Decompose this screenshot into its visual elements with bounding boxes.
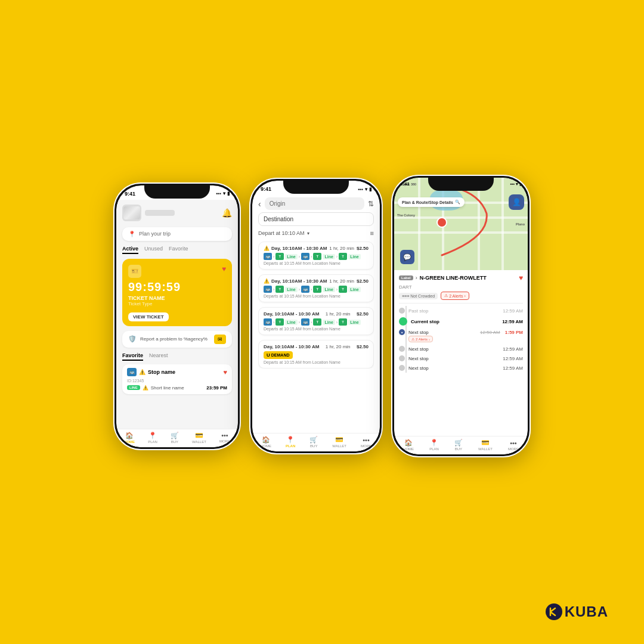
nav-more-1[interactable]: ••• MORE — [219, 432, 230, 443]
view-ticket-button[interactable]: VIEW TICKET — [128, 312, 169, 321]
trip-left-4: Day, 10:10AM - 10:30 AM — [264, 344, 319, 349]
route-arrow-icon: › — [416, 275, 417, 281]
nav-plan-label-1: PLAN — [148, 440, 157, 444]
nav-home-label-1: HOME — [124, 440, 135, 444]
report-problem-bar[interactable]: 🛡️ Report a problem to %agency% ✉ — [122, 331, 232, 348]
depart-row[interactable]: Depart at 10:10 AM ▾ ≡ — [258, 230, 374, 237]
nav-more-2[interactable]: ••• MORE — [361, 436, 371, 448]
nav-buy-2[interactable]: 🛒 BUY — [309, 436, 318, 448]
trip-card-2[interactable]: ⚠️ Day, 10:10AM - 10:30 AM 1 hr, 20 min … — [258, 274, 374, 302]
wallet-icon-3: 💳 — [481, 439, 490, 447]
nav-wallet-2[interactable]: 💳 WALLET — [332, 436, 346, 448]
ticket-tabs: Active Unused Favorite — [122, 246, 232, 254]
trip-departs-3: Departs at 10:15 AM from Location Name — [264, 327, 369, 331]
nav-buy-1[interactable]: 🛒 BUY — [171, 432, 179, 444]
route-badges: ≡≡≡ Not Crowded ⚠ 2 Alerts › — [399, 292, 523, 300]
tab-active[interactable]: Active — [122, 246, 138, 254]
nav-plan-1[interactable]: 📍 PLAN — [148, 432, 157, 444]
stop-alerts-mini[interactable]: ⚠ 2 Alerts › — [408, 336, 433, 342]
stop-row-next-1: ● Next stop 12:50 AM 1:59 PM ⚠ 2 Alerts … — [399, 327, 523, 344]
nav-wallet-3[interactable]: 💳 WALLET — [478, 439, 493, 451]
trip-departs-1: Departs at 10:15 AM from Location Name — [264, 261, 369, 265]
stop-current-time: 12:59 AM — [502, 319, 523, 324]
stop-favorite-icon[interactable]: ♥ — [223, 369, 227, 376]
line-badge-7: Line — [285, 320, 297, 325]
route-arrow-1: › — [273, 255, 274, 259]
trip-price-3: $2.50 — [357, 311, 369, 317]
subtab-nearest[interactable]: Nearest — [149, 352, 168, 361]
battery-icon-2: ▮ — [369, 187, 371, 192]
back-button[interactable]: ‹ — [258, 199, 261, 209]
subtab-favorite[interactable]: Favorite — [122, 352, 143, 361]
route-t-icon-1: T — [275, 253, 284, 260]
ticket-favorite-icon[interactable]: ♥ — [222, 265, 226, 273]
notch-2 — [283, 181, 349, 194]
svg-point-0 — [437, 218, 447, 227]
filter-icon[interactable]: ≡ — [370, 230, 374, 237]
not-crowded-label: Not Crowded — [410, 294, 435, 298]
user-avatar[interactable]: 👤 — [509, 194, 524, 210]
alerts-badge[interactable]: ⚠ 2 Alerts › — [441, 292, 469, 300]
ticket-type: Ticket Type — [128, 301, 226, 306]
phone-1-screen: 9:41 ▪▪▪ ▾ ▮ 🔔 — [116, 185, 238, 447]
trip-time-4: Day, 10:10AM - 10:30 AM — [264, 344, 319, 349]
plan-trip-label: Plan your trip — [139, 231, 171, 237]
trip-card-4[interactable]: Day, 10:10AM - 10:30 AM 1 hr, 20 min $2.… — [258, 340, 374, 369]
bottom-nav-3: 🏠 HOME 📍 PLAN 🛒 BUY 💳 WALLET — [394, 436, 528, 454]
stop-timeline: Past stop 12:59 AM Current stop 12:59 AM — [399, 306, 523, 373]
mini-alerts-label: 2 Alerts — [416, 338, 428, 341]
route-favorite-icon[interactable]: ♥ — [519, 274, 523, 282]
nav-wallet-label-3: WALLET — [478, 447, 493, 451]
chat-button[interactable]: 💬 — [400, 250, 414, 264]
trip-card-1[interactable]: ⚠️ Day, 10:10AM - 10:30 AM 1 hr, 20 min … — [258, 242, 374, 270]
kuba-icon — [546, 603, 562, 620]
plan-icon-3: 📍 — [430, 439, 438, 447]
stop-row-next-2: Next stop 12:59 AM — [399, 344, 523, 354]
p1-logo-placeholder — [123, 206, 140, 219]
line-badge-1: Line — [285, 254, 297, 259]
trip-card-3[interactable]: Day, 10:10AM - 10:30 AM 1 hr, 20 min $2.… — [258, 307, 374, 335]
nav-buy-label-3: BUY — [455, 447, 462, 451]
nav-wallet-1[interactable]: 💳 WALLET — [192, 432, 206, 444]
trip-price-1: $2.50 — [357, 246, 369, 251]
tab-unused[interactable]: Unused — [144, 246, 163, 254]
wifi-icon-3: ▾ — [516, 182, 518, 187]
ticket-icon: 🎫 — [128, 265, 141, 278]
crowded-badge: ≡≡≡ Not Crowded — [399, 293, 438, 299]
phone-3: Prosper FRISCO Allen The Colony Plano 38… — [392, 176, 530, 456]
stop-row-next-3: Next stop 12:59 AM — [399, 354, 523, 363]
report-mail-icon[interactable]: ✉ — [214, 335, 226, 344]
origin-input[interactable]: Origin — [265, 197, 364, 210]
tab-favorite[interactable]: Favorite — [169, 246, 188, 254]
nav-buy-3[interactable]: 🛒 BUY — [454, 439, 463, 451]
nav-home-1[interactable]: 🏠 HOME — [124, 432, 135, 444]
ticket-card: 🎫 ♥ 99:59:59 TICKET NAME Ticket Type VIE… — [122, 259, 232, 326]
notification-bell-icon[interactable]: 🔔 — [222, 208, 232, 218]
nav-home-2[interactable]: 🏠 HOME — [261, 436, 271, 448]
more-icon: ••• — [221, 432, 228, 439]
trip-left-2: ⚠️ Day, 10:10AM - 10:30 AM — [264, 278, 327, 284]
nav-plan-3[interactable]: 📍 PLAN — [429, 439, 439, 451]
nav-home-label-3: HOME — [403, 447, 414, 451]
phone-3-screen: Prosper FRISCO Allen The Colony Plano 38… — [394, 178, 528, 454]
mini-alert-icon: ⚠ — [411, 337, 414, 341]
plan-icon: 📍 — [148, 432, 157, 439]
nav-more-label-1: MORE — [219, 439, 230, 443]
nav-home-3[interactable]: 🏠 HOME — [403, 439, 414, 451]
phone-2-content: ‹ Origin ⇅ Destination Depart at 10:10 A… — [252, 195, 380, 451]
trip-alert-icon-1: ⚠️ — [264, 246, 270, 251]
stop-next-3-time: 12:59 AM — [503, 356, 523, 361]
demand-badge: U DEMAND — [264, 351, 293, 359]
destination-input[interactable]: Destination — [258, 212, 374, 226]
swap-button[interactable]: ⇅ — [368, 200, 374, 208]
report-label: Report a problem to %agency% — [140, 336, 210, 342]
nav-plan-2[interactable]: 📍 PLAN — [286, 436, 295, 448]
plan-route-button[interactable]: Plan & Route/Stop Details 🔍 — [398, 197, 465, 207]
nav-buy-label-2: BUY — [310, 444, 317, 448]
route-icons-demand: U DEMAND — [264, 351, 369, 359]
plan-trip-bar[interactable]: 📍 Plan your trip — [122, 227, 232, 241]
nav-plan-label-3: PLAN — [429, 447, 439, 451]
nav-more-3[interactable]: ••• MORE — [508, 439, 519, 451]
search-icon: 🔍 — [455, 200, 460, 205]
trip-time-2: Day, 10:10AM - 10:30 AM — [271, 278, 327, 284]
